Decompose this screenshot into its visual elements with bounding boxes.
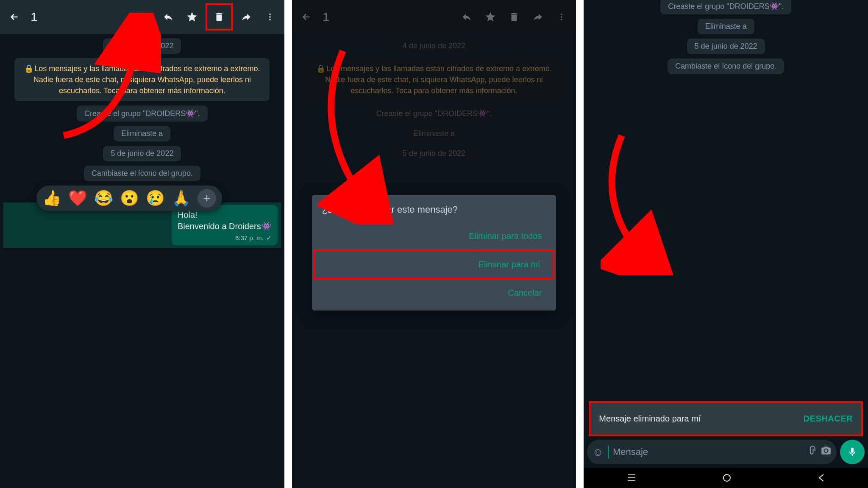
message-line-1: Hola! — [178, 209, 272, 221]
emoji-icon[interactable]: ☺ — [592, 446, 604, 459]
more-icon[interactable] — [260, 7, 280, 27]
message-placeholder: Mensaje — [613, 446, 801, 458]
dialog-title: ¿Deseas eliminar este mensaje? — [322, 204, 546, 215]
text-cursor — [608, 446, 609, 458]
message-line-2: Bienvenido a Droiders👾 — [178, 221, 272, 232]
svg-point-2 — [269, 19, 271, 21]
undo-button[interactable]: DESHACER — [804, 414, 853, 424]
reaction-sad[interactable]: 😢 — [146, 189, 165, 207]
svg-point-9 — [723, 474, 730, 481]
reaction-pray[interactable]: 🙏 — [172, 189, 191, 207]
snackbar: Mensaje eliminado para mí DESHACER — [590, 403, 861, 435]
reaction-laugh[interactable]: 😂 — [94, 189, 113, 207]
back-nav-icon[interactable] — [818, 473, 825, 482]
home-icon[interactable] — [722, 473, 732, 482]
svg-point-1 — [269, 16, 271, 18]
selected-message-row[interactable]: 👍 ❤️ 😂 😮 😢 🙏 + Hola! Bienvenido a Droide… — [3, 202, 281, 247]
delete-dialog-overlay: ¿Deseas eliminar este mensaje? Eliminar … — [292, 0, 576, 488]
svg-point-0 — [269, 14, 271, 15]
screenshot-1: 1 4 de junio de 2022 🔒Los mensajes y las… — [0, 0, 284, 488]
snackbar-text: Mensaje eliminado para mí — [599, 414, 701, 424]
screenshot-3: Creaste el grupo "DROIDERS👾". Eliminaste… — [584, 0, 868, 488]
system-message-icon-changed: Cambiaste el ícono del grupo. — [84, 166, 200, 181]
date-chip: 5 de junio de 2022 — [103, 146, 181, 161]
delete-for-me-button[interactable]: Eliminar para mí — [314, 250, 555, 280]
reaction-heart[interactable]: ❤️ — [68, 189, 87, 207]
system-message-removed: Eliminaste a — [114, 126, 170, 141]
delete-dialog: ¿Deseas eliminar este mensaje? Eliminar … — [312, 195, 556, 311]
system-message-created: Creaste el grupo "DROIDERS👾". — [660, 0, 791, 14]
cancel-button[interactable]: Cancelar — [322, 280, 546, 306]
delete-icon[interactable] — [206, 3, 233, 30]
reaction-bar: 👍 ❤️ 😂 😮 😢 🙏 + — [36, 186, 222, 211]
date-chip: 4 de junio de 2022 — [103, 38, 181, 54]
snackbar-highlight: Mensaje eliminado para mí DESHACER — [589, 401, 863, 436]
reaction-more-icon[interactable]: + — [198, 189, 216, 208]
selection-toolbar: 1 — [0, 0, 284, 34]
back-icon[interactable] — [4, 7, 25, 27]
delete-for-everyone-button[interactable]: Eliminar para todos — [322, 223, 546, 250]
reply-icon[interactable] — [158, 7, 178, 27]
star-icon[interactable] — [182, 7, 202, 27]
screenshot-2: 1 4 de junio de 2022 🔒Los mensajes y las… — [292, 0, 576, 488]
date-chip: 5 de junio de 2022 — [687, 39, 765, 54]
camera-icon[interactable] — [821, 445, 832, 459]
system-message-icon-changed: Cambiaste el ícono del grupo. — [668, 58, 784, 74]
reaction-thumbs-up[interactable]: 👍 — [42, 189, 61, 207]
recents-icon[interactable] — [627, 474, 636, 482]
lock-icon: 🔒 — [24, 64, 33, 73]
message-input-bar: ☺ Mensaje — [587, 439, 865, 465]
android-navbar — [584, 468, 868, 488]
system-message-created: Creaste el grupo "DROIDERS👾". — [77, 105, 208, 122]
encryption-notice[interactable]: 🔒Los mensajes y las llamadas están cifra… — [14, 58, 270, 101]
attach-icon[interactable] — [805, 445, 816, 459]
check-icon: ✓ — [266, 234, 272, 242]
message-time: 6:37 p. m. — [235, 234, 264, 242]
reaction-wow[interactable]: 😮 — [120, 189, 139, 207]
message-input[interactable]: ☺ Mensaje — [587, 440, 837, 464]
selected-count: 1 — [31, 10, 38, 24]
outgoing-message[interactable]: Hola! Bienvenido a Droiders👾 6:37 p. m. … — [172, 205, 278, 245]
forward-icon[interactable] — [236, 7, 256, 27]
mic-button[interactable] — [840, 440, 865, 464]
chat-area: 4 de junio de 2022 🔒Los mensajes y las l… — [0, 34, 284, 488]
system-message-removed: Eliminaste a — [698, 19, 754, 34]
